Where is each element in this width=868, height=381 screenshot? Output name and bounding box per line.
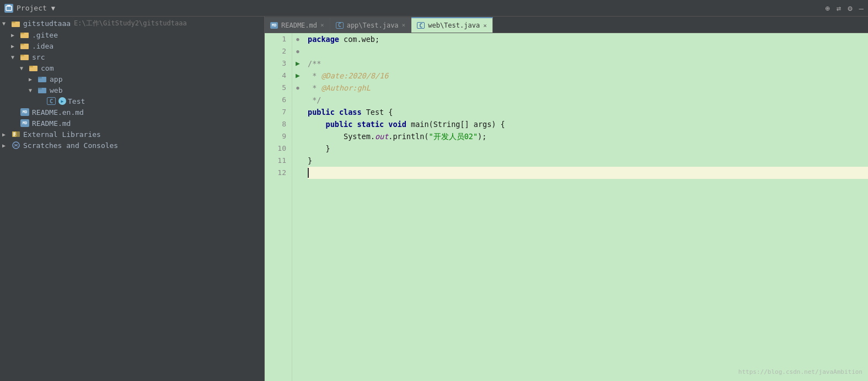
sidebar-item-web[interactable]: web	[0, 84, 264, 96]
label-idea: .idea	[32, 42, 53, 50]
token-space-8a	[352, 118, 357, 130]
svg-rect-19	[13, 135, 15, 136]
sidebar-item-test[interactable]: C ▶ Test	[0, 96, 264, 107]
sidebar-item-readme-en[interactable]: MD README.en.md	[0, 107, 264, 118]
folder-icon-com	[29, 64, 39, 72]
code-line-3: /**	[308, 57, 868, 70]
title-arrow-icon[interactable]: ▼	[51, 4, 55, 12]
tab-bar: MD README.md × C app\Test.java × C web\T…	[265, 17, 868, 33]
svg-rect-5	[20, 33, 24, 34]
tab-label-readme: README.md	[281, 22, 317, 29]
main-layout: gitstudtaaa E:\工作\GitStudy2\gitstudtaaa …	[0, 17, 868, 381]
svg-rect-3	[12, 22, 15, 23]
test-run-icon: ▶	[58, 97, 66, 105]
code-line-2	[308, 45, 868, 57]
tab-web-test[interactable]: C web\Test.java ×	[411, 17, 493, 33]
token-string-9: "开发人员02"	[429, 130, 478, 142]
watermark: https://blog.csdn.net/javaAmbition	[738, 368, 862, 375]
sidebar-item-readme[interactable]: MD README.md	[0, 118, 264, 129]
token-out-9: out	[375, 130, 388, 142]
token-brace-close-10: }	[326, 142, 330, 155]
svg-rect-0	[6, 6, 12, 10]
svg-rect-11	[29, 66, 33, 67]
svg-rect-18	[13, 134, 15, 135]
code-line-8: public static void main(String[] args) {	[308, 118, 868, 130]
token-com-web: com.web;	[344, 33, 379, 45]
token-package: package	[308, 33, 339, 45]
token-star-5: *	[308, 82, 321, 94]
svg-rect-13	[38, 77, 42, 78]
label-web: web	[50, 86, 62, 94]
label-com: com	[41, 64, 53, 72]
code-line-11: }	[308, 155, 868, 167]
sidebar-item-gitstudtaaa[interactable]: gitstudtaaa E:\工作\GitStudy2\gitstudtaaa	[0, 18, 264, 29]
sidebar-item-com[interactable]: com	[0, 62, 264, 73]
md-icon-readme: MD	[20, 119, 30, 128]
settings-icon[interactable]: ⇄	[837, 4, 841, 13]
md-icon-readme-en: MD	[20, 108, 30, 117]
token-cursor-12	[308, 168, 313, 178]
folder-icon-gitee	[20, 30, 30, 39]
tab-label-app-test: app\Test.java	[347, 22, 399, 29]
svg-rect-9	[20, 55, 24, 56]
token-println-9: println(	[393, 130, 428, 142]
gutter: ● ● ▶ ▶ ●	[292, 33, 303, 381]
sync-icon[interactable]: ⊕	[825, 4, 829, 13]
token-space1	[339, 33, 344, 45]
path-gitstudtaaa: E:\工作\GitStudy2\gitstudtaaa	[74, 19, 187, 28]
code-line-9: System. out . println( "开发人员02" );	[308, 130, 868, 142]
token-space-7a	[335, 106, 339, 118]
code-line-7: public class Test {	[308, 106, 868, 118]
editor-content[interactable]: 1 2 3 4 5 6 7 8 9 10 11 12 ● ●	[265, 33, 868, 381]
arrow-app	[29, 76, 37, 82]
token-public-7: public	[308, 106, 335, 118]
code-line-4: * @Date:2020/8/16	[308, 70, 868, 82]
code-line-5: * @Author:ghL	[308, 82, 868, 94]
code-line-12	[308, 167, 868, 179]
java-icon-test: C	[46, 97, 56, 105]
folder-icon-app	[37, 75, 47, 83]
token-space-8c	[406, 118, 411, 130]
external-icon	[11, 130, 21, 139]
token-brace-close-11: }	[308, 155, 312, 167]
svg-rect-20	[17, 131, 20, 137]
sidebar-item-external-libraries[interactable]: External Libraries	[0, 129, 264, 140]
minimize-icon[interactable]: –	[859, 4, 864, 13]
label-gitee: .gitee	[32, 31, 58, 39]
sidebar-item-scratches-consoles[interactable]: Scratches and Consoles	[0, 140, 264, 151]
svg-rect-15	[38, 88, 42, 89]
token-space-8b	[384, 118, 388, 130]
sidebar-item-app[interactable]: app	[0, 73, 264, 84]
arrow-idea	[11, 43, 20, 49]
sidebar-item-src[interactable]: src	[0, 51, 264, 62]
token-public-8: public	[326, 118, 353, 130]
folder-icon-idea	[20, 41, 30, 50]
line-numbers: 1 2 3 4 5 6 7 8 9 10 11 12	[265, 33, 292, 381]
code-area[interactable]: package com.web; /** * @Date:2020/8/16	[303, 33, 868, 381]
tab-close-web-test[interactable]: ×	[483, 22, 487, 29]
tab-label-web-test: web\Test.java	[428, 22, 480, 29]
gear-icon[interactable]: ⚙	[848, 4, 852, 13]
code-line-6: */	[308, 94, 868, 106]
tab-close-readme[interactable]: ×	[320, 22, 324, 29]
arrow-gitee	[11, 32, 20, 38]
sidebar: gitstudtaaa E:\工作\GitStudy2\gitstudtaaa …	[0, 17, 265, 381]
arrow-gitstudtaaa	[2, 20, 11, 27]
token-paren-9: );	[478, 130, 486, 142]
sidebar-item-idea[interactable]: .idea	[0, 40, 264, 51]
tab-app-test[interactable]: C app\Test.java ×	[330, 17, 412, 33]
label-readme-en: README.en.md	[32, 108, 84, 117]
label-gitstudtaaa: gitstudtaaa	[23, 19, 71, 28]
tab-readme[interactable]: MD README.md ×	[265, 17, 330, 33]
code-line-1: package com.web;	[308, 33, 868, 45]
token-comment-open: /**	[308, 57, 321, 70]
tab-close-app-test[interactable]: ×	[402, 22, 406, 29]
tab-icon-readme: MD	[270, 22, 278, 29]
tab-icon-app-test: C	[336, 22, 344, 29]
folder-icon-src	[20, 52, 30, 61]
scratches-icon	[11, 141, 21, 150]
token-static-8: static	[357, 118, 384, 130]
sidebar-item-gitee[interactable]: .gitee	[0, 29, 264, 40]
title-bar-left: Project ▼	[4, 4, 55, 13]
token-dot-9: .	[388, 130, 393, 142]
